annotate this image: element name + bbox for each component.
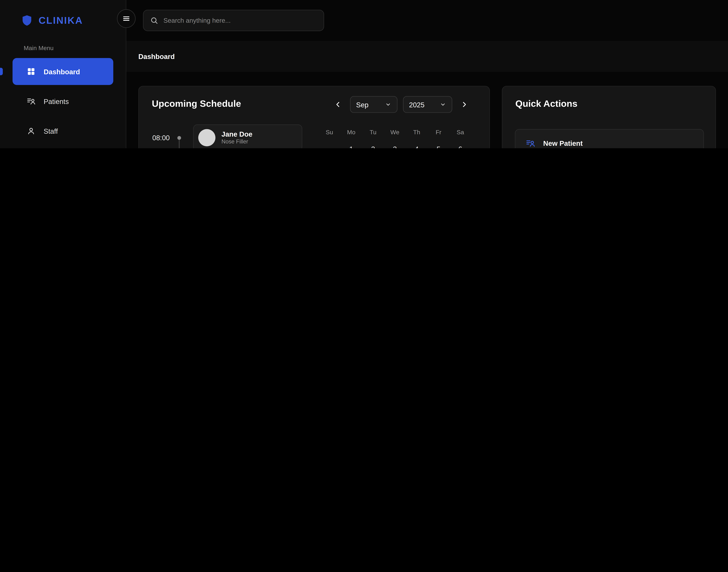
timeline-time: 08:00 (152, 134, 170, 142)
appointment-type: Nose Filler (221, 139, 252, 145)
sidebar-item-appointments[interactable]: Appointments (12, 147, 113, 148)
calendar-day[interactable]: 4 (406, 137, 428, 148)
chevron-down-icon (385, 101, 391, 108)
active-indicator (0, 68, 3, 75)
year-select[interactable]: 2025 (403, 96, 452, 113)
next-month-button[interactable] (458, 98, 471, 111)
search-icon (150, 16, 158, 24)
page-title-bar: Dashboard (126, 41, 728, 72)
sidebar-collapse-button[interactable] (117, 9, 136, 28)
month-select-value: Sep (356, 100, 368, 109)
new-patient-icon (526, 138, 535, 148)
sidebar-item-label: Dashboard (44, 68, 80, 75)
clinika-dashboard: CLINIKA Main Menu Dashboard Patients (0, 0, 728, 148)
upcoming-schedule-card: Upcoming Schedule Sep 2025 (138, 86, 490, 148)
appointment-name: Jane Doe (221, 130, 252, 139)
sidebar: CLINIKA Main Menu Dashboard Patients (0, 0, 126, 148)
day-header: Tu (362, 127, 384, 137)
brand: CLINIKA (0, 0, 126, 27)
calendar-nav: Sep 2025 (332, 96, 471, 113)
chevron-left-icon (334, 100, 342, 109)
chevron-down-icon (440, 101, 446, 108)
topbar (126, 0, 728, 41)
brand-name: CLINIKA (39, 15, 83, 26)
sidebar-item-dashboard[interactable]: Dashboard (12, 58, 113, 85)
day-header: Sa (449, 127, 471, 137)
calendar-day[interactable]: 3 (384, 137, 406, 148)
schedule-title: Upcoming Schedule (152, 98, 241, 109)
global-search (143, 10, 324, 31)
calendar-day[interactable]: 1 (340, 137, 362, 148)
quick-actions-card: Quick Actions New Patient New Appointmen… (502, 86, 716, 148)
day-header: Th (406, 127, 428, 137)
quick-actions-title: Quick Actions (515, 98, 577, 109)
patients-icon (26, 96, 36, 106)
brand-shield-icon (20, 14, 33, 27)
day-header: Fr (428, 127, 449, 137)
hamburger-icon (122, 14, 131, 23)
chevron-right-icon (460, 100, 468, 109)
day-header: Mo (340, 127, 362, 137)
calendar-day[interactable]: 2 (362, 137, 384, 148)
day-header: We (384, 127, 406, 137)
staff-icon (26, 126, 36, 136)
year-select-value: 2025 (409, 100, 424, 109)
sidebar-item-label: Staff (44, 127, 58, 135)
search-input[interactable] (163, 17, 317, 24)
dashboard-grid-icon (26, 67, 36, 76)
sidebar-item-patients[interactable]: Patients (12, 88, 113, 115)
calendar-day[interactable]: 5 (428, 137, 449, 148)
calendar-grid: 1 2 3 4 5 6 7 8 9 10 11 12 13 14 15 16 1… (318, 137, 471, 148)
month-select[interactable]: Sep (350, 96, 397, 113)
sidebar-item-staff[interactable]: Staff (12, 118, 113, 144)
calendar-day-headers: Su Mo Tu We Th Fr Sa (318, 127, 471, 137)
section-label-main-menu: Main Menu (0, 45, 126, 52)
page-title: Dashboard (138, 53, 175, 60)
avatar (198, 129, 216, 146)
new-patient-button[interactable]: New Patient (515, 129, 704, 148)
calendar-day-empty (318, 137, 341, 148)
day-header: Su (318, 127, 341, 137)
timeline-dot (177, 136, 181, 140)
sidebar-item-label: Patients (44, 97, 69, 105)
main-menu-nav: Dashboard Patients Staff Appointments (0, 52, 126, 148)
appointment-card[interactable]: Jane Doe Nose Filler (193, 125, 302, 148)
main-content: Upcoming Schedule Sep 2025 (138, 86, 716, 148)
prev-month-button[interactable] (332, 98, 345, 111)
calendar-day[interactable]: 6 (449, 137, 471, 148)
quick-action-label: New Patient (543, 139, 583, 147)
